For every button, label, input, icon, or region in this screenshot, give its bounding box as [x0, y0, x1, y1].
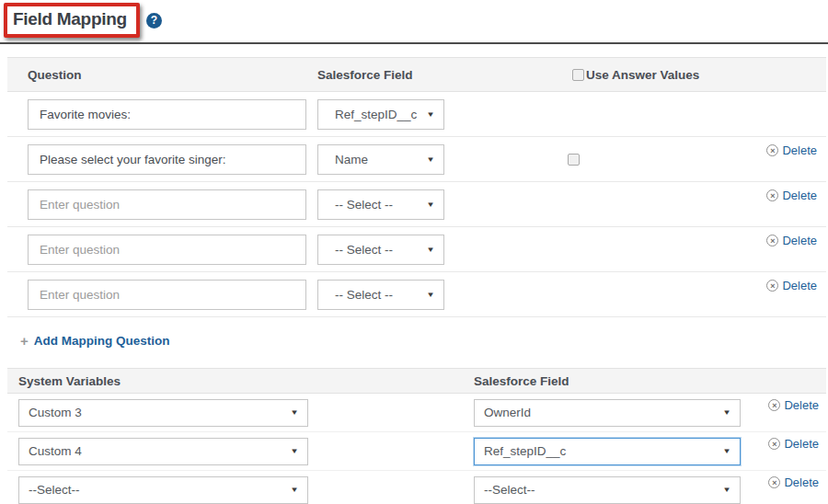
select-value: -- Select -- — [335, 198, 393, 212]
delete-label: Delete — [782, 279, 817, 292]
header-divider — [0, 42, 828, 44]
chevron-down-icon: ▼ — [290, 408, 299, 417]
delete-circle-x-icon: × — [766, 189, 778, 201]
select-value: -- Select -- — [335, 243, 393, 257]
page-header: Field Mapping ? — [4, 3, 162, 38]
delete-button[interactable]: × Delete — [766, 143, 817, 157]
table-row: -- Select -- ▼ × Delete — [7, 182, 826, 227]
delete-cell: × Delete — [768, 475, 819, 489]
delete-circle-x-icon: × — [766, 235, 778, 246]
salesforce-field-select[interactable]: Ref_stepID__c ▼ — [317, 99, 444, 130]
delete-label: Delete — [782, 234, 817, 247]
page-title: Field Mapping — [13, 9, 127, 29]
system-variable-select[interactable]: Custom 4 ▼ — [18, 438, 308, 465]
delete-circle-x-icon: × — [768, 438, 780, 450]
chevron-down-icon: ▼ — [722, 447, 731, 455]
delete-button[interactable]: × Delete — [768, 437, 819, 451]
salesforce-field-select[interactable]: -- Select -- ▼ — [317, 280, 444, 310]
chevron-down-icon: ▼ — [426, 110, 435, 119]
chevron-down-icon: ▼ — [722, 486, 731, 494]
select-value: -- Select -- — [335, 288, 393, 302]
select-value: Custom 3 — [29, 406, 82, 419]
use-answer-values-label: Use Answer Values — [586, 68, 699, 82]
delete-button[interactable]: × Delete — [768, 475, 819, 489]
delete-cell: × Delete — [766, 234, 817, 247]
question-mapping-table: Question Salesforce Field Use Answer Val… — [7, 57, 826, 317]
system-variable-select[interactable]: --Select-- ▼ — [18, 476, 308, 504]
delete-label: Delete — [782, 143, 817, 157]
select-value: --Select-- — [484, 483, 535, 497]
column-header-salesforce-field: Salesforce Field — [474, 374, 569, 388]
delete-button[interactable]: × Delete — [766, 279, 817, 292]
select-value: Custom 4 — [29, 444, 82, 458]
salesforce-field-select[interactable]: OwnerId ▼ — [474, 399, 741, 427]
delete-cell: × Delete — [766, 279, 817, 292]
delete-circle-x-icon: × — [766, 144, 778, 156]
field-mapping-page: Field Mapping ? Question Salesforce Fiel… — [0, 0, 828, 504]
salesforce-field-select[interactable]: -- Select -- ▼ — [317, 235, 444, 265]
delete-circle-x-icon: × — [768, 399, 780, 411]
help-icon[interactable]: ? — [146, 13, 162, 29]
delete-label: Delete — [782, 189, 817, 202]
question-input[interactable] — [28, 189, 306, 220]
delete-cell: × Delete — [768, 398, 819, 412]
delete-label: Delete — [784, 398, 819, 412]
salesforce-field-select[interactable]: Name ▼ — [317, 144, 444, 175]
select-value: --Select-- — [29, 483, 80, 497]
plus-icon: + — [20, 334, 29, 348]
question-input[interactable] — [28, 280, 306, 310]
delete-button[interactable]: × Delete — [768, 398, 819, 412]
column-header-use-answer-values: Use Answer Values — [572, 68, 699, 82]
salesforce-field-select[interactable]: -- Select -- ▼ — [317, 189, 444, 220]
chevron-down-icon: ▼ — [290, 447, 299, 455]
salesforce-field-select-focused[interactable]: Ref_stepID__c ▼ — [474, 438, 741, 465]
chevron-down-icon: ▼ — [290, 486, 299, 494]
use-answer-values-all-checkbox[interactable] — [572, 69, 584, 81]
use-answer-values-cell — [444, 154, 702, 166]
table-row: Custom 3 ▼ OwnerId ▼ × Delete — [7, 394, 826, 432]
system-variables-table: System Variables Salesforce Field Custom… — [7, 368, 826, 504]
question-input[interactable] — [28, 144, 306, 175]
chevron-down-icon: ▼ — [426, 200, 435, 209]
table-row: --Select-- ▼ --Select-- ▼ × Delete — [7, 471, 826, 504]
table-row: -- Select -- ▼ × Delete — [7, 272, 826, 317]
table-row: Ref_stepID__c ▼ — [7, 92, 826, 137]
add-mapping-question-button[interactable]: + Add Mapping Question — [20, 334, 170, 348]
delete-circle-x-icon: × — [766, 280, 778, 292]
delete-button[interactable]: × Delete — [766, 234, 817, 247]
system-variable-select[interactable]: Custom 3 ▼ — [18, 399, 308, 427]
select-value: Ref_stepID__c — [335, 108, 417, 121]
select-value: Ref_stepID__c — [484, 444, 566, 458]
delete-circle-x-icon: × — [768, 476, 780, 488]
chevron-down-icon: ▼ — [426, 291, 435, 299]
annotation-highlight-box: Field Mapping — [4, 3, 140, 38]
table-row: Custom 4 ▼ Ref_stepID__c ▼ × Delete — [7, 432, 826, 471]
table-row: -- Select -- ▼ × Delete — [7, 227, 826, 272]
chevron-down-icon: ▼ — [426, 155, 435, 164]
delete-label: Delete — [784, 475, 819, 489]
use-answer-values-checkbox[interactable] — [568, 154, 580, 166]
delete-button[interactable]: × Delete — [766, 189, 817, 202]
question-table-header: Question Salesforce Field Use Answer Val… — [7, 57, 826, 92]
add-mapping-question-label: Add Mapping Question — [34, 334, 170, 348]
table-row: Name ▼ × Delete — [7, 137, 826, 182]
question-input[interactable] — [28, 235, 306, 265]
select-value: OwnerId — [484, 406, 531, 419]
select-value: Name — [335, 153, 368, 166]
system-table-header: System Variables Salesforce Field — [7, 368, 826, 394]
question-input[interactable] — [28, 99, 306, 130]
column-header-question: Question — [28, 68, 317, 82]
delete-label: Delete — [784, 437, 819, 451]
chevron-down-icon: ▼ — [722, 408, 731, 417]
chevron-down-icon: ▼ — [426, 246, 435, 254]
column-header-system-variables: System Variables — [18, 374, 474, 388]
column-header-salesforce-field: Salesforce Field — [317, 68, 455, 82]
salesforce-field-select[interactable]: --Select-- ▼ — [474, 476, 741, 504]
delete-cell: × Delete — [768, 437, 819, 451]
delete-cell: × Delete — [766, 189, 817, 202]
delete-cell: × Delete — [766, 143, 817, 157]
